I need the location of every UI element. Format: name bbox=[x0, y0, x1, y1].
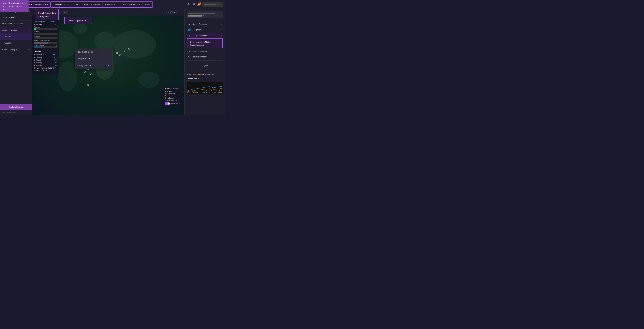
sidebar-item-label: Portfolio bbox=[4, 35, 12, 38]
stat-badge-solar[interactable]: 31 bbox=[63, 11, 68, 14]
nav-tab-work[interactable]: Work Management bbox=[81, 2, 103, 7]
all-apps-label: All apps mode bbox=[78, 57, 90, 60]
legend-active-power: — Active Power bbox=[188, 92, 199, 93]
total-devices-label: Total Devices bbox=[34, 53, 44, 56]
bar-label-text: Nicht an Bord bbox=[34, 44, 44, 46]
device-storung: Störung 796 bbox=[34, 61, 58, 64]
bar-funktion: Funktion 7 bbox=[34, 26, 58, 30]
bar-label-text: Wartung bbox=[34, 31, 40, 32]
nav-tab-unified[interactable]: Unified Monitoring bbox=[51, 2, 72, 7]
single-app-mode-option[interactable]: Single app mode bbox=[75, 49, 112, 55]
bar-val-text: 1 bbox=[57, 31, 58, 32]
switch-app-cat-label: Switch Application Categories bbox=[38, 12, 56, 17]
legend-area: Production Planned Production bbox=[186, 73, 223, 76]
zoom-out-icon[interactable]: - bbox=[172, 10, 176, 14]
asset-status-toggle[interactable]: Asset-Status bbox=[165, 102, 180, 105]
info-panel: Site Capacity (GW) 62442.14 Total Sites … bbox=[32, 15, 59, 74]
switch-menus-label: Switch Menus bbox=[9, 106, 23, 108]
legend-maintenance: Maintenance bbox=[165, 93, 180, 94]
change-password-item[interactable]: 🖥 Change Password bbox=[186, 48, 223, 54]
switch-nav-modes-label: Switch Navigation Modes bbox=[190, 41, 211, 43]
turbine-icon: ⚙ bbox=[84, 71, 86, 74]
legend-theoretical: — Theoretical bbox=[200, 92, 210, 93]
total-devices-value: 9917 bbox=[53, 53, 58, 56]
sidebar-item-label: Common Analyzi... bbox=[2, 48, 18, 51]
change-password-label: Change Password bbox=[190, 44, 204, 46]
bar-val-text: 0 bbox=[57, 35, 58, 37]
legend-normal: Normal bbox=[165, 90, 180, 92]
search-icon[interactable]: 🔍 bbox=[187, 3, 190, 6]
map-panel: ⚙ ⚙ ⚙ ⚙ ⚙ ⚙ ⚙ ⚙ ⚙ ⚙ ⚙ ◀ Gesamt 92 ⚡ 61 3… bbox=[32, 9, 184, 115]
revoke-consent-label: Revoke Consent bbox=[192, 56, 206, 58]
monitor-icon[interactable]: 🖥 bbox=[192, 3, 195, 6]
capacity-label: Capacity (GW) bbox=[34, 21, 46, 23]
turbine-icon: ⚙ bbox=[87, 83, 89, 87]
logout-button[interactable]: Logout bbox=[186, 63, 223, 68]
logout-label: Logout bbox=[202, 64, 208, 67]
nav-tab-metric[interactable]: Metric Management bbox=[120, 2, 142, 7]
language-item[interactable]: 🌐 Language ▶ bbox=[186, 27, 223, 33]
solar-value: 31 bbox=[64, 11, 66, 13]
legend-production: Production Planned Production bbox=[186, 74, 223, 75]
change-password-icon: 🖥 bbox=[188, 50, 191, 52]
nav-tabs: Unified Monitoring DTV Work Management R… bbox=[51, 1, 153, 7]
category-mode-option[interactable]: Category mode ✔ bbox=[75, 62, 112, 69]
switch-enterprise-icon: ⇄ bbox=[188, 23, 191, 25]
nav-tab-reporting[interactable]: Reporting Tool bbox=[102, 2, 120, 7]
user-menu[interactable]: ▼ bbox=[202, 2, 223, 7]
nav-tab-more[interactable]: More ▾ bbox=[142, 2, 152, 7]
app-selector[interactable]: ⊞ Comprehensive ▼ bbox=[26, 1, 51, 7]
notification-bell[interactable]: 🔔 2 bbox=[197, 3, 200, 6]
device-wartung: Wartung 708 bbox=[34, 64, 58, 66]
navigation-mode-icon: ⊞ bbox=[188, 34, 191, 37]
sidebar-grid-icon[interactable]: ⊞ bbox=[28, 10, 30, 12]
app-selector-chevron: ▼ bbox=[47, 4, 48, 5]
sidebar: Unified Monitoring ☰ ⊞ Ticket Dashboard … bbox=[0, 9, 32, 115]
sidebar-item-label: Ticket Dashboard bbox=[2, 16, 17, 18]
nav-mode-dropdown: Single app mode All apps mode Category m… bbox=[75, 48, 113, 69]
revoke-consent-item[interactable]: ⏱ Revoke Consent bbox=[186, 54, 223, 59]
user-email: ████████████.com bbox=[188, 15, 222, 16]
turbine-icon: ⚙ bbox=[90, 73, 92, 76]
switch-menus-button[interactable]: Switch Menus bbox=[0, 104, 32, 110]
settings-icon[interactable]: ⚙ bbox=[166, 10, 170, 14]
sidebar-item-multidomain[interactable]: Multi-Domain Dashboard bbox=[0, 21, 32, 27]
right-panel: ████████████.com ⇄ Switch Enterprise ▶ 🌐… bbox=[184, 9, 225, 115]
user-info-area: ████████████.com bbox=[186, 11, 223, 18]
zoom-in-icon[interactable]: + bbox=[178, 10, 182, 14]
main-content: ⚙ ⚙ ⚙ ⚙ ⚙ ⚙ ⚙ ⚙ ⚙ ⚙ ⚙ ◀ Gesamt 92 ⚡ 61 3… bbox=[32, 9, 225, 115]
topbar-right: 🔍 🖥 🔔 2 ▼ bbox=[187, 2, 225, 7]
switch-enterprise-label: Switch Enterprise bbox=[192, 23, 207, 25]
sidebar-footer: ©Powered by EnOS bbox=[0, 110, 32, 115]
expand-icon[interactable]: ⤢ bbox=[161, 10, 165, 14]
device-keine: Keine Kommunikation 3484 bbox=[34, 67, 58, 69]
chevron-right-icon: ▶ bbox=[28, 49, 30, 50]
all-apps-mode-option[interactable]: All apps mode bbox=[75, 55, 112, 62]
legend-wind-speed: — Wind Speed bbox=[212, 92, 222, 93]
sidebar-item-asset-list[interactable]: Asset List bbox=[0, 40, 32, 46]
navigation-mode-label: Navigation Mode bbox=[192, 34, 207, 37]
legend-nocomm: NoComm bbox=[165, 97, 180, 99]
change-password-label-item: Change Password bbox=[192, 50, 208, 52]
navigation-mode-item[interactable]: ⊞ Navigation Mode ▶ bbox=[186, 33, 223, 39]
device-normal: Normal 1429 bbox=[34, 56, 58, 58]
sidebar-item-ticket[interactable]: Ticket Dashboard bbox=[0, 14, 32, 21]
sidebar-item-common-analyzi[interactable]: Common Analyzi... ▶ bbox=[0, 46, 32, 53]
nav-tab-dtv[interactable]: DTV bbox=[72, 2, 81, 7]
turbine-icon: ⚙ bbox=[119, 54, 121, 57]
power-trend-unit: GW bbox=[186, 80, 223, 82]
total-sites-label: Total Sites bbox=[34, 23, 42, 25]
chevron-down-icon: ▾ bbox=[29, 29, 30, 31]
topbar: ⊞ ◎ univers ⊞ Comprehensive ▼ Unified Mo… bbox=[0, 0, 225, 9]
bar-nicht-bord: Nicht an Bord 30 bbox=[34, 44, 58, 48]
switch-enterprise-item[interactable]: ⇄ Switch Enterprise ▶ bbox=[186, 21, 223, 27]
total-sites-value: 92 bbox=[56, 23, 58, 25]
bar-label-text: Störung bbox=[34, 35, 40, 37]
power-trend-chart: — Active Power — Theoretical — Wind Spee… bbox=[186, 82, 223, 94]
capacity-value: 62442.14 bbox=[50, 21, 58, 23]
capacity-row: Capacity (GW) 62442.14 bbox=[34, 21, 58, 23]
sidebar-item-common-monitor[interactable]: Common Monitor... ▾ bbox=[0, 27, 32, 33]
power-trend-title: Power Trend bbox=[186, 77, 223, 79]
device-nicht: Nicht an Bord 2821 bbox=[34, 69, 58, 72]
sidebar-item-portfolio[interactable]: Portfolio bbox=[0, 33, 32, 40]
